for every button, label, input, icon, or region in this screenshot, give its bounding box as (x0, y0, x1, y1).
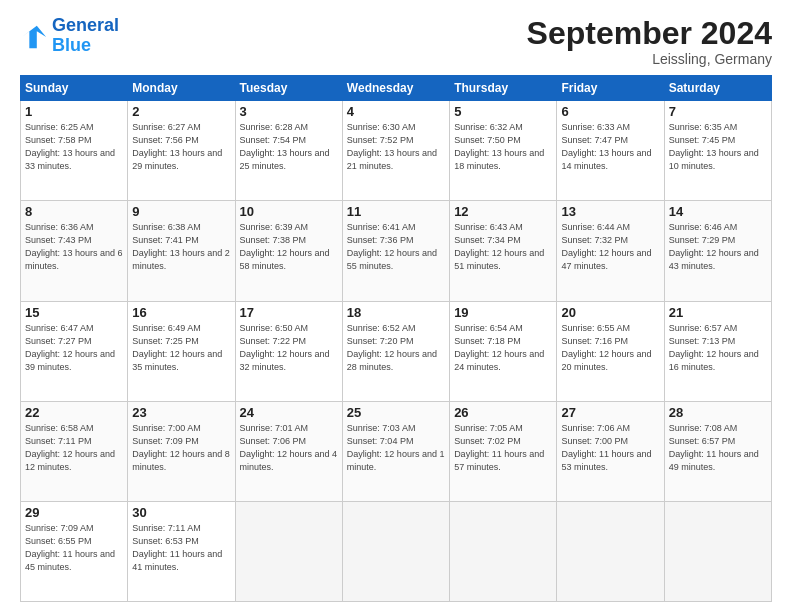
day-info: Sunrise: 6:30 AMSunset: 7:52 PMDaylight:… (347, 121, 445, 173)
day-info: Sunrise: 7:05 AMSunset: 7:02 PMDaylight:… (454, 422, 552, 474)
calendar-cell: 11Sunrise: 6:41 AMSunset: 7:36 PMDayligh… (342, 201, 449, 301)
day-number: 3 (240, 104, 338, 119)
weekday-header-cell: Saturday (664, 76, 771, 101)
calendar-cell: 3Sunrise: 6:28 AMSunset: 7:54 PMDaylight… (235, 101, 342, 201)
header: General Blue September 2024 Leissling, G… (20, 16, 772, 67)
calendar-cell: 8Sunrise: 6:36 AMSunset: 7:43 PMDaylight… (21, 201, 128, 301)
calendar-cell (235, 501, 342, 601)
day-info: Sunrise: 6:35 AMSunset: 7:45 PMDaylight:… (669, 121, 767, 173)
day-info: Sunrise: 6:38 AMSunset: 7:41 PMDaylight:… (132, 221, 230, 273)
day-info: Sunrise: 6:57 AMSunset: 7:13 PMDaylight:… (669, 322, 767, 374)
calendar-cell: 7Sunrise: 6:35 AMSunset: 7:45 PMDaylight… (664, 101, 771, 201)
location: Leissling, Germany (527, 51, 772, 67)
month-title: September 2024 (527, 16, 772, 51)
weekday-header-cell: Sunday (21, 76, 128, 101)
day-info: Sunrise: 6:27 AMSunset: 7:56 PMDaylight:… (132, 121, 230, 173)
day-info: Sunrise: 7:11 AMSunset: 6:53 PMDaylight:… (132, 522, 230, 574)
day-info: Sunrise: 7:06 AMSunset: 7:00 PMDaylight:… (561, 422, 659, 474)
calendar-cell: 10Sunrise: 6:39 AMSunset: 7:38 PMDayligh… (235, 201, 342, 301)
logo-text: General Blue (52, 16, 119, 56)
calendar-week-row: 29Sunrise: 7:09 AMSunset: 6:55 PMDayligh… (21, 501, 772, 601)
day-number: 13 (561, 204, 659, 219)
day-number: 4 (347, 104, 445, 119)
calendar-cell (664, 501, 771, 601)
day-number: 17 (240, 305, 338, 320)
day-number: 5 (454, 104, 552, 119)
day-info: Sunrise: 6:58 AMSunset: 7:11 PMDaylight:… (25, 422, 123, 474)
svg-marker-0 (22, 26, 46, 48)
day-number: 24 (240, 405, 338, 420)
calendar-cell: 30Sunrise: 7:11 AMSunset: 6:53 PMDayligh… (128, 501, 235, 601)
calendar-cell: 12Sunrise: 6:43 AMSunset: 7:34 PMDayligh… (450, 201, 557, 301)
calendar-cell: 25Sunrise: 7:03 AMSunset: 7:04 PMDayligh… (342, 401, 449, 501)
calendar-cell: 28Sunrise: 7:08 AMSunset: 6:57 PMDayligh… (664, 401, 771, 501)
calendar-cell: 5Sunrise: 6:32 AMSunset: 7:50 PMDaylight… (450, 101, 557, 201)
day-info: Sunrise: 6:41 AMSunset: 7:36 PMDaylight:… (347, 221, 445, 273)
day-number: 14 (669, 204, 767, 219)
weekday-header-cell: Thursday (450, 76, 557, 101)
day-number: 16 (132, 305, 230, 320)
calendar-cell: 23Sunrise: 7:00 AMSunset: 7:09 PMDayligh… (128, 401, 235, 501)
calendar-cell: 21Sunrise: 6:57 AMSunset: 7:13 PMDayligh… (664, 301, 771, 401)
day-number: 25 (347, 405, 445, 420)
calendar-cell: 20Sunrise: 6:55 AMSunset: 7:16 PMDayligh… (557, 301, 664, 401)
calendar-week-row: 22Sunrise: 6:58 AMSunset: 7:11 PMDayligh… (21, 401, 772, 501)
calendar-cell: 24Sunrise: 7:01 AMSunset: 7:06 PMDayligh… (235, 401, 342, 501)
calendar-cell: 18Sunrise: 6:52 AMSunset: 7:20 PMDayligh… (342, 301, 449, 401)
day-number: 8 (25, 204, 123, 219)
weekday-header-row: SundayMondayTuesdayWednesdayThursdayFrid… (21, 76, 772, 101)
day-info: Sunrise: 6:54 AMSunset: 7:18 PMDaylight:… (454, 322, 552, 374)
calendar-week-row: 1Sunrise: 6:25 AMSunset: 7:58 PMDaylight… (21, 101, 772, 201)
calendar-cell: 14Sunrise: 6:46 AMSunset: 7:29 PMDayligh… (664, 201, 771, 301)
day-number: 11 (347, 204, 445, 219)
day-number: 20 (561, 305, 659, 320)
page: General Blue September 2024 Leissling, G… (0, 0, 792, 612)
day-number: 29 (25, 505, 123, 520)
weekday-header-cell: Wednesday (342, 76, 449, 101)
title-block: September 2024 Leissling, Germany (527, 16, 772, 67)
day-info: Sunrise: 6:43 AMSunset: 7:34 PMDaylight:… (454, 221, 552, 273)
day-number: 19 (454, 305, 552, 320)
day-info: Sunrise: 6:47 AMSunset: 7:27 PMDaylight:… (25, 322, 123, 374)
day-number: 22 (25, 405, 123, 420)
day-number: 28 (669, 405, 767, 420)
day-info: Sunrise: 7:00 AMSunset: 7:09 PMDaylight:… (132, 422, 230, 474)
day-number: 12 (454, 204, 552, 219)
calendar-cell: 9Sunrise: 6:38 AMSunset: 7:41 PMDaylight… (128, 201, 235, 301)
calendar-table: SundayMondayTuesdayWednesdayThursdayFrid… (20, 75, 772, 602)
calendar-cell: 1Sunrise: 6:25 AMSunset: 7:58 PMDaylight… (21, 101, 128, 201)
logo-icon (20, 22, 48, 50)
calendar-cell (450, 501, 557, 601)
day-info: Sunrise: 7:03 AMSunset: 7:04 PMDaylight:… (347, 422, 445, 474)
calendar-cell: 27Sunrise: 7:06 AMSunset: 7:00 PMDayligh… (557, 401, 664, 501)
calendar-week-row: 8Sunrise: 6:36 AMSunset: 7:43 PMDaylight… (21, 201, 772, 301)
calendar-cell: 13Sunrise: 6:44 AMSunset: 7:32 PMDayligh… (557, 201, 664, 301)
day-info: Sunrise: 6:55 AMSunset: 7:16 PMDaylight:… (561, 322, 659, 374)
day-info: Sunrise: 7:01 AMSunset: 7:06 PMDaylight:… (240, 422, 338, 474)
calendar-cell: 26Sunrise: 7:05 AMSunset: 7:02 PMDayligh… (450, 401, 557, 501)
calendar-cell: 4Sunrise: 6:30 AMSunset: 7:52 PMDaylight… (342, 101, 449, 201)
day-info: Sunrise: 6:36 AMSunset: 7:43 PMDaylight:… (25, 221, 123, 273)
calendar-cell: 22Sunrise: 6:58 AMSunset: 7:11 PMDayligh… (21, 401, 128, 501)
calendar-cell (342, 501, 449, 601)
weekday-header-cell: Friday (557, 76, 664, 101)
logo: General Blue (20, 16, 119, 56)
day-number: 6 (561, 104, 659, 119)
day-info: Sunrise: 7:08 AMSunset: 6:57 PMDaylight:… (669, 422, 767, 474)
day-number: 30 (132, 505, 230, 520)
day-number: 26 (454, 405, 552, 420)
day-number: 7 (669, 104, 767, 119)
calendar-cell: 6Sunrise: 6:33 AMSunset: 7:47 PMDaylight… (557, 101, 664, 201)
weekday-header-cell: Tuesday (235, 76, 342, 101)
calendar-cell: 15Sunrise: 6:47 AMSunset: 7:27 PMDayligh… (21, 301, 128, 401)
day-number: 1 (25, 104, 123, 119)
calendar-body: 1Sunrise: 6:25 AMSunset: 7:58 PMDaylight… (21, 101, 772, 602)
day-info: Sunrise: 6:25 AMSunset: 7:58 PMDaylight:… (25, 121, 123, 173)
day-number: 15 (25, 305, 123, 320)
calendar-cell (557, 501, 664, 601)
day-info: Sunrise: 6:39 AMSunset: 7:38 PMDaylight:… (240, 221, 338, 273)
day-info: Sunrise: 7:09 AMSunset: 6:55 PMDaylight:… (25, 522, 123, 574)
calendar-week-row: 15Sunrise: 6:47 AMSunset: 7:27 PMDayligh… (21, 301, 772, 401)
day-info: Sunrise: 6:32 AMSunset: 7:50 PMDaylight:… (454, 121, 552, 173)
day-number: 27 (561, 405, 659, 420)
